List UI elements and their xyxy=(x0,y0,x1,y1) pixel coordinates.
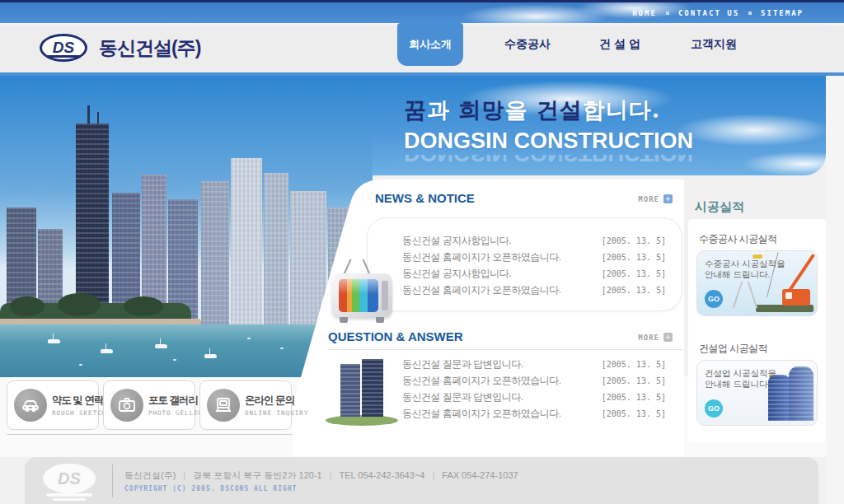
quicklink-directions[interactable]: 약도 및 연락처 ROUGH SKETCH xyxy=(7,380,99,430)
building-silhouette xyxy=(264,173,288,326)
headline-part: 을 xyxy=(504,97,536,123)
sidebar-card1-label: 수중공사 시공실적 xyxy=(699,232,777,246)
card2-desc-line1: 건설업 시공실적을 xyxy=(705,368,776,379)
hero-text-block: 꿈과 희망을 건설합니다. DONGSIN CONSTRUCTION DONGS… xyxy=(404,96,693,166)
quicklink-photo-gallery[interactable]: 포토 갤러리 PHOTO GELLERY xyxy=(103,380,195,430)
sidebar-title: 시공실적 xyxy=(695,199,744,215)
qna-item-date: [2005. 13. 5] xyxy=(602,360,666,369)
news-item-text: 동신건설 홈페이지가 오픈하였습니다. xyxy=(402,283,561,297)
twin-towers-icon xyxy=(326,357,398,428)
boat xyxy=(155,344,167,348)
tv-body xyxy=(331,273,392,318)
tv-leg xyxy=(376,317,384,323)
tree xyxy=(10,296,45,316)
top-utility-bar: HOME CONTACT US SITEMAP xyxy=(0,0,844,23)
quicklink-label: 온라인 문의 xyxy=(245,394,308,408)
boat-dot xyxy=(173,359,176,361)
company-logo[interactable]: DS 동신건설(주) xyxy=(40,34,200,62)
footer-company-info: 동신건설(주)|경북 포항시 북구 동빈2가 120-1|TEL 054-242… xyxy=(124,469,518,482)
construction-results-banner[interactable]: 건설업 시공실적을 안내해 드립니다. GO xyxy=(696,360,818,426)
footer-logo-stripe xyxy=(46,493,92,497)
company-name: 동신건설(주) xyxy=(99,35,200,61)
crane-body xyxy=(782,289,810,306)
top-menu: HOME CONTACT US SITEMAP xyxy=(632,9,804,17)
building-silhouette xyxy=(290,191,326,326)
headline-part: 꿈 xyxy=(404,97,427,123)
qna-item[interactable]: 동신건설 질문과 답변입니다. [2005. 13. 5] xyxy=(402,389,666,405)
qna-item-date: [2005. 13. 5] xyxy=(602,393,666,402)
quicklink-sublabel: ONLINE INQUIRY xyxy=(245,409,308,417)
quicklink-online-inquiry[interactable]: 온라인 문의 ONLINE INQUIRY xyxy=(199,380,292,430)
news-item-date: [2005. 13. 5] xyxy=(602,253,666,262)
menu-separator-square xyxy=(666,12,669,15)
boat xyxy=(101,349,113,353)
top-menu-sitemap[interactable]: SITEMAP xyxy=(761,9,804,17)
footer-copyright: COPYRIGHT (C) 2005. DSCONS ALL RIGHT xyxy=(124,485,297,492)
qna-item-text: 동신건설 홈페이지가 오픈하였습니다. xyxy=(402,407,561,421)
news-item-text: 동신건설 공지사항입니다. xyxy=(402,267,511,281)
card2-description: 건설업 시공실적을 안내해 드립니다. xyxy=(705,368,776,390)
card2-desc-line2: 안내해 드립니다. xyxy=(705,379,776,390)
qna-item[interactable]: 동신건설 홈페이지가 오픈하였습니다. [2005. 13. 5] xyxy=(402,372,666,389)
quicklink-sublabel: PHOTO GELLERY xyxy=(148,409,208,417)
more-label: MORE xyxy=(638,334,659,342)
news-more-button[interactable]: MORE + xyxy=(638,194,673,203)
sidebar-card2-label: 건설업 시공실적 xyxy=(699,342,767,356)
news-item-date: [2005. 13. 5] xyxy=(602,236,666,245)
hero-headline: 꿈과 희망을 건설합니다. xyxy=(404,96,693,125)
quicklinks-divider xyxy=(7,434,293,435)
qna-item-text: 동신건설 홈페이지가 오픈하였습니다. xyxy=(402,374,561,388)
tower xyxy=(340,364,360,417)
qna-section-title: QUESTION & ANSWER xyxy=(328,329,463,343)
ds-logo-icon: DS xyxy=(40,34,87,62)
crane-hook-frame xyxy=(748,282,757,309)
news-item-text: 동신건설 홈페이지가 오픈하였습니다. xyxy=(402,250,561,264)
go-button-underwater[interactable]: GO xyxy=(705,290,723,308)
car-icon xyxy=(14,389,47,422)
menu-separator-square xyxy=(748,12,752,15)
footer-ds-logo-icon: DS xyxy=(43,464,96,493)
news-item[interactable]: 동신건설 홈페이지가 오픈하였습니다. [2005. 13. 5] xyxy=(402,249,666,265)
top-menu-contact-us[interactable]: CONTACT US xyxy=(678,9,739,17)
go-button-construction[interactable]: GO xyxy=(705,399,723,418)
tv-control-panel xyxy=(382,281,388,310)
footer-company-name: 동신건설(주) xyxy=(124,470,176,480)
top-menu-home[interactable]: HOME xyxy=(632,9,657,17)
card1-desc-line1: 수중공사 시공실적을 xyxy=(705,259,785,269)
news-section-title: NEWS & NOTICE xyxy=(375,191,475,205)
tower xyxy=(362,359,383,417)
qna-item[interactable]: 동신건설 질문과 답변입니다. [2005. 13. 5] xyxy=(402,356,666,372)
footer-divider xyxy=(112,464,113,497)
hero-subtitle: DONGSIN CONSTRUCTION xyxy=(404,128,693,154)
hero-subtitle-reflection: DONGSIN CONSTRUCTION xyxy=(404,155,693,166)
camera-icon xyxy=(110,389,143,422)
cloud-decoration xyxy=(742,152,826,175)
tree xyxy=(58,293,101,316)
tv-screen xyxy=(339,279,378,312)
tv-icon xyxy=(328,259,399,326)
nav-tab-underwater-works[interactable]: 수중공사 xyxy=(491,23,564,66)
qna-item-date: [2005. 13. 5] xyxy=(602,376,666,385)
nav-tab-customer-support[interactable]: 고객지원 xyxy=(678,23,750,66)
nav-tab-company-intro[interactable]: 회사소개 xyxy=(397,23,463,66)
card1-desc-line2: 안내해 드립니다. xyxy=(705,269,785,280)
building-silhouette xyxy=(201,181,229,326)
headline-part: 희망 xyxy=(458,97,504,123)
boat-dot xyxy=(280,348,284,349)
plus-icon: + xyxy=(663,194,673,203)
underwater-results-banner[interactable]: 수중공사 시공실적을 안내해 드립니다. GO xyxy=(696,250,818,316)
cloud-decoration xyxy=(676,114,826,147)
qna-item[interactable]: 동신건설 홈페이지가 오픈하였습니다. [2005. 13. 5] xyxy=(402,405,666,422)
more-label: MORE xyxy=(638,195,659,203)
qna-more-button[interactable]: MORE + xyxy=(638,333,673,342)
news-item[interactable]: 동신건설 공지사항입니다. [2005. 13. 5] xyxy=(402,232,666,249)
news-item-text: 동신건설 공지사항입니다. xyxy=(402,234,511,248)
tree xyxy=(124,296,163,316)
nav-tab-construction[interactable]: 건 설 업 xyxy=(584,23,656,66)
footer-logo-stripe xyxy=(53,498,86,501)
news-item[interactable]: 동신건설 공지사항입니다. [2005. 13. 5] xyxy=(402,265,666,282)
antenna-spire xyxy=(87,105,90,125)
boat xyxy=(48,339,60,343)
qna-item-text: 동신건설 질문과 답변입니다. xyxy=(402,390,523,404)
news-item[interactable]: 동신건설 홈페이지가 오픈하였습니다. [2005. 13. 5] xyxy=(402,282,666,298)
